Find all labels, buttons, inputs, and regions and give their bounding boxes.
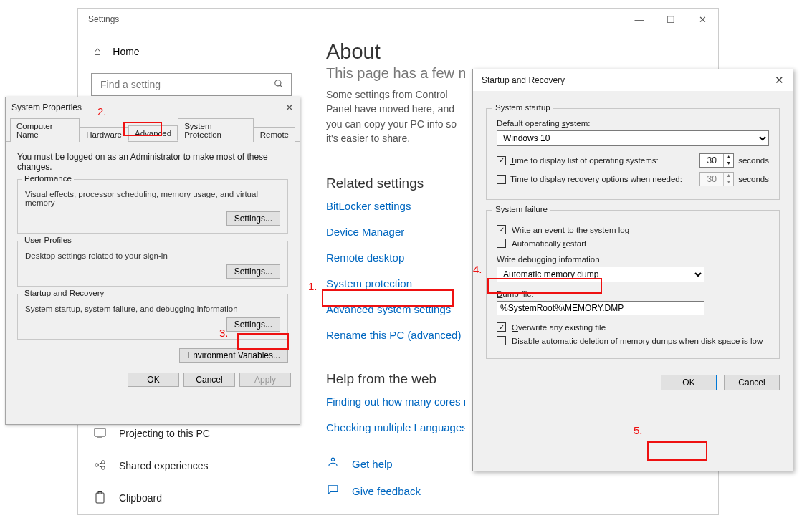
group-user-profiles: User Profiles Desktop settings related t…: [17, 241, 288, 287]
svg-point-4: [95, 464, 98, 466]
link-remote-desktop[interactable]: Remote desktop: [326, 251, 465, 264]
group-title: User Profiles: [22, 236, 74, 244]
environment-variables-button[interactable]: Environment Variables...: [179, 348, 288, 363]
shared-icon: [94, 459, 106, 471]
link-rename-pc[interactable]: Rename this PC (advanced): [326, 329, 465, 341]
default-os-select[interactable]: Windows 10: [497, 130, 769, 146]
profiles-settings-button[interactable]: Settings...: [226, 264, 280, 279]
help-icon: [326, 456, 339, 471]
startup-settings-button[interactable]: Settings...: [226, 317, 280, 332]
svg-line-8: [98, 466, 102, 467]
system-properties-dialog: System Properties ✕ Computer Name Hardwa…: [5, 97, 300, 425]
svg-point-11: [331, 458, 334, 461]
cancel-button[interactable]: Cancel: [183, 373, 235, 387]
page-description: Some settings from Control Panel have mo…: [326, 87, 465, 145]
settings-title: Settings: [88, 14, 119, 24]
time-list-checkbox[interactable]: [497, 156, 506, 165]
projecting-icon: [94, 427, 106, 439]
group-title: System startup: [492, 103, 553, 112]
minimize-button[interactable]: —: [624, 9, 655, 30]
get-help-link[interactable]: Get help: [352, 458, 393, 470]
apply-button[interactable]: Apply: [239, 373, 291, 387]
time-recovery-label: Time to display recovery options when ne…: [510, 175, 682, 183]
feedback-link[interactable]: Give feedback: [352, 485, 421, 497]
search-input[interactable]: [99, 78, 274, 91]
dump-file-label: Dump file:: [497, 289, 769, 298]
ok-button[interactable]: OK: [661, 375, 717, 390]
group-desc: Visual effects, processor scheduling, me…: [25, 190, 280, 207]
group-desc: Desktop settings related to your sign-in: [25, 251, 280, 260]
clipboard-icon: [94, 491, 106, 504]
auto-restart-checkbox[interactable]: [497, 239, 506, 248]
group-title: Performance: [22, 174, 74, 183]
close-icon[interactable]: ✕: [285, 102, 294, 113]
default-os-label: Default operating system:: [497, 119, 769, 128]
svg-point-6: [102, 466, 105, 469]
sysprop-tabs: Computer Name Hardware Advanced System P…: [6, 117, 300, 142]
sysprop-title: System Properties: [11, 102, 82, 112]
sidebar-item-label: Projecting to this PC: [119, 428, 210, 439]
home-icon: ⌂: [94, 44, 101, 59]
link-device-manager[interactable]: Device Manager: [326, 226, 465, 238]
close-icon[interactable]: ✕: [775, 74, 784, 87]
feedback-icon: [326, 484, 339, 498]
startup-recovery-dialog: Startup and Recovery ✕ System startup De…: [472, 69, 793, 471]
write-dbg-label: Write debugging information: [497, 255, 769, 264]
ok-button[interactable]: OK: [128, 373, 179, 387]
time-list-spinner[interactable]: 30▲▼: [699, 153, 734, 168]
dump-type-select[interactable]: Automatic memory dump: [497, 267, 704, 282]
close-button[interactable]: ✕: [687, 9, 718, 30]
sysprop-titlebar: System Properties ✕: [6, 97, 300, 117]
write-event-checkbox[interactable]: [497, 225, 506, 234]
sidebar-item-clipboard[interactable]: Clipboard: [91, 481, 292, 514]
tab-system-protection[interactable]: System Protection: [178, 118, 254, 142]
tab-computer-name[interactable]: Computer Name: [10, 118, 80, 142]
link-bitlocker[interactable]: BitLocker settings: [326, 200, 465, 212]
group-title: Startup and Recovery: [22, 289, 106, 297]
window-buttons: — ☐ ✕: [624, 9, 718, 30]
overwrite-checkbox[interactable]: [497, 322, 506, 332]
maximize-button[interactable]: ☐: [655, 9, 687, 30]
tab-hardware[interactable]: Hardware: [80, 127, 128, 142]
give-feedback[interactable]: Give feedback: [326, 484, 718, 498]
time-recovery-spinner: 30▲▼: [699, 172, 734, 186]
admin-note: You must be logged on as an Administrato…: [17, 152, 288, 172]
group-system-startup: System startup Default operating system:…: [486, 108, 780, 200]
tab-advanced[interactable]: Advanced: [128, 125, 178, 141]
page-subtitle: This page has a few new settings: [326, 65, 465, 82]
svg-rect-2: [95, 428, 105, 436]
auto-restart-label: Automatically restart: [512, 239, 586, 248]
group-performance: Performance Visual effects, processor sc…: [17, 179, 288, 234]
svg-point-5: [102, 461, 105, 464]
link-system-protection[interactable]: System protection: [326, 277, 465, 289]
svg-rect-9: [96, 493, 104, 503]
svg-line-7: [98, 463, 102, 464]
startup-titlebar: Startup and Recovery ✕: [473, 69, 793, 91]
overwrite-label: Overwrite any existing file: [512, 323, 606, 332]
search-icon: [274, 79, 284, 91]
page-title: About: [326, 40, 718, 64]
tab-remote[interactable]: Remote: [254, 127, 295, 142]
link-advanced-system-settings[interactable]: Advanced system settings: [326, 303, 465, 315]
time-recovery-checkbox[interactable]: [497, 175, 506, 184]
write-event-label: Write an event to the system log: [512, 226, 629, 234]
sidebar-item-label: Clipboard: [119, 492, 162, 504]
group-desc: System startup, system failure, and debu…: [25, 304, 280, 313]
disable-deletion-label: Disable automatic deletion of memory dum…: [512, 337, 763, 345]
search-box[interactable]: [91, 73, 292, 96]
disable-deletion-checkbox[interactable]: [497, 336, 506, 345]
svg-line-1: [280, 85, 282, 87]
dump-file-input[interactable]: [497, 301, 704, 315]
group-startup-recovery: Startup and Recovery System startup, sys…: [17, 294, 288, 340]
sidebar-item-label: Shared experiences: [119, 460, 209, 471]
startup-title: Startup and Recovery: [482, 75, 565, 85]
sidebar-item-shared[interactable]: Shared experiences: [91, 449, 292, 481]
link-help-langs[interactable]: Checking multiple Languages support: [326, 421, 465, 433]
svg-point-0: [275, 80, 281, 85]
link-help-cores[interactable]: Finding out how many cores my processor …: [326, 395, 465, 408]
cancel-button[interactable]: Cancel: [724, 375, 780, 390]
group-system-failure: System failure Write an event to the sys…: [486, 210, 780, 359]
performance-settings-button[interactable]: Settings...: [226, 211, 280, 226]
settings-titlebar: Settings — ☐ ✕: [78, 9, 718, 30]
sidebar-home[interactable]: ⌂ Home: [94, 44, 292, 59]
